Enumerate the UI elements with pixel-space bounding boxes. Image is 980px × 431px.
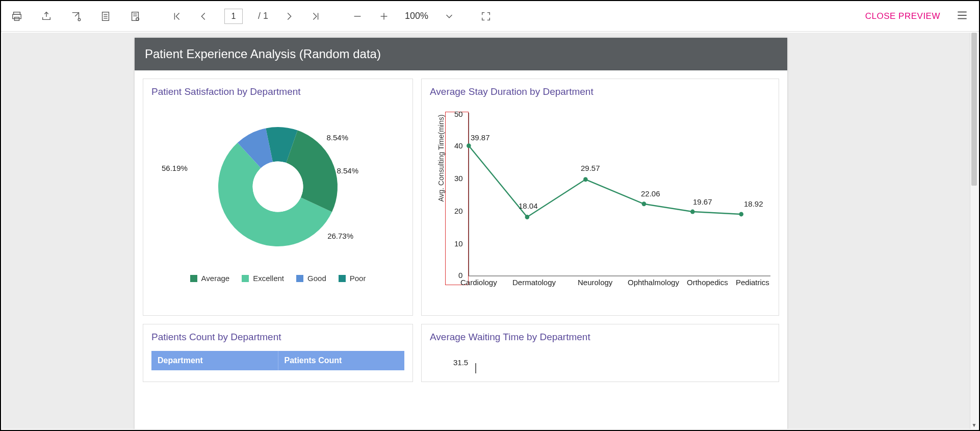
point-label: 39.87 bbox=[471, 133, 490, 142]
page-total-label: / 1 bbox=[258, 11, 268, 21]
zoom-level: 100% bbox=[405, 11, 428, 21]
zoom-dropdown-icon[interactable] bbox=[444, 11, 455, 22]
svg-point-29 bbox=[690, 210, 695, 214]
next-page-icon[interactable] bbox=[283, 11, 295, 22]
menu-icon[interactable] bbox=[956, 9, 969, 24]
card-patients-count: Patients Count by Department Department … bbox=[143, 324, 413, 382]
preview-toolbar: / 1 100% CLOSE PREVIEW bbox=[1, 1, 979, 32]
donut-label-excellent: 56.19% bbox=[162, 164, 188, 172]
legend-average: Average bbox=[201, 274, 230, 283]
svg-rect-8 bbox=[132, 12, 139, 20]
svg-point-22 bbox=[253, 162, 303, 212]
card-title: Average Waiting Time by Department bbox=[430, 332, 770, 343]
svg-point-28 bbox=[642, 201, 647, 206]
first-page-icon[interactable] bbox=[171, 11, 183, 22]
xtick: Cardiology bbox=[460, 278, 497, 287]
zoom-out-icon[interactable] bbox=[352, 11, 363, 22]
print-icon[interactable] bbox=[11, 11, 22, 22]
card-title: Average Stay Duration by Department bbox=[430, 86, 770, 97]
last-page-icon[interactable] bbox=[310, 11, 321, 22]
fullscreen-icon[interactable] bbox=[480, 11, 492, 22]
ytick: 30 bbox=[454, 174, 463, 183]
legend-good: Good bbox=[307, 274, 326, 283]
donut-label-good: 8.54% bbox=[326, 133, 348, 142]
toolbar-left-group bbox=[11, 11, 141, 22]
send-options-icon[interactable] bbox=[70, 11, 82, 22]
card-title: Patient Satisfaction by Department bbox=[151, 86, 404, 97]
zoom-in-icon[interactable] bbox=[378, 11, 390, 22]
svg-rect-1 bbox=[13, 14, 21, 18]
svg-point-26 bbox=[525, 215, 530, 219]
legend-poor: Poor bbox=[350, 274, 366, 283]
donut-label-poor: 8.54% bbox=[337, 166, 358, 175]
table-col-department: Department bbox=[151, 351, 278, 370]
point-label: 18.04 bbox=[519, 201, 538, 210]
xtick: Pediatrics bbox=[736, 278, 769, 287]
svg-point-25 bbox=[467, 143, 471, 148]
zoom-controls: 100% bbox=[352, 11, 492, 22]
line-chart: Avg. Consulting Time(mins) bbox=[430, 103, 770, 286]
vertical-scrollbar[interactable]: ▼ bbox=[970, 33, 978, 429]
table-header: Department Patients Count bbox=[151, 351, 404, 370]
xtick: Neurology bbox=[578, 278, 612, 287]
point-label: 22.06 bbox=[641, 189, 660, 198]
ytick: 20 bbox=[454, 207, 463, 215]
donut-label-average: 26.73% bbox=[327, 232, 353, 240]
report-title: Patient Experience Analysis (Random data… bbox=[135, 38, 787, 70]
page-navigation: / 1 bbox=[171, 9, 321, 24]
ytick: 40 bbox=[454, 141, 463, 150]
xtick: Dermatology bbox=[512, 278, 556, 287]
ytick: 10 bbox=[454, 239, 463, 248]
page-settings-icon[interactable] bbox=[130, 11, 141, 22]
preview-viewport: Patient Experience Analysis (Random data… bbox=[2, 33, 970, 429]
donut-chart: 56.19% 8.54% 8.54% 26.73% bbox=[151, 103, 404, 271]
table-col-count: Patients Count bbox=[278, 351, 405, 370]
point-label: 19.67 bbox=[693, 197, 712, 206]
legend-excellent: Excellent bbox=[253, 274, 284, 283]
point-label: 29.57 bbox=[581, 164, 600, 172]
prev-page-icon[interactable] bbox=[198, 11, 209, 22]
page-layout-icon[interactable] bbox=[100, 11, 111, 22]
xtick: Ophthalmology bbox=[628, 278, 679, 287]
export-icon[interactable] bbox=[41, 11, 52, 22]
card-patient-satisfaction: Patient Satisfaction by Department 56.19… bbox=[143, 79, 413, 316]
page-number-input[interactable] bbox=[224, 9, 243, 24]
svg-point-3 bbox=[78, 18, 81, 21]
donut-legend: Average Excellent Good Poor bbox=[151, 274, 404, 283]
svg-point-27 bbox=[583, 177, 588, 182]
scrollbar-thumb[interactable] bbox=[971, 33, 977, 186]
svg-point-30 bbox=[739, 212, 743, 216]
report-page: Patient Experience Analysis (Random data… bbox=[135, 38, 787, 429]
card-stay-duration: Average Stay Duration by Department Avg.… bbox=[421, 79, 779, 316]
scrollbar-down-arrow[interactable]: ▼ bbox=[970, 421, 978, 429]
card-title: Patients Count by Department bbox=[151, 332, 404, 343]
card-waiting-time: Average Waiting Time by Department 31.5 bbox=[421, 324, 779, 382]
close-preview-button[interactable]: CLOSE PREVIEW bbox=[865, 11, 940, 21]
ytick: 50 bbox=[454, 110, 463, 118]
xtick: Orthopedics bbox=[687, 278, 728, 287]
point-label: 18.92 bbox=[744, 199, 763, 208]
